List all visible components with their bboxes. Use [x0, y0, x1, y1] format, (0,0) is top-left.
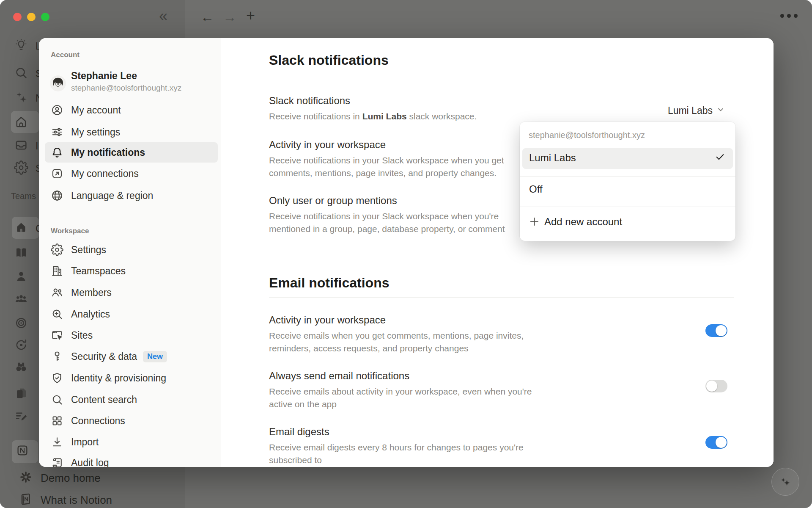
settings-modal: Account Stephanie Lee stephanie@toolsfor…: [39, 38, 774, 467]
email-activity-row-title: Activity in your workspace: [269, 314, 386, 326]
email-always-toggle[interactable]: [705, 380, 727, 392]
email-always-row-title: Always send email notifications: [269, 370, 409, 382]
sidebar-item-what-is-notion[interactable]: What is Notion: [19, 492, 112, 508]
new-tab-icon[interactable]: +: [246, 9, 255, 22]
close-button[interactable]: [13, 13, 22, 21]
slack-notifications-row-title: Slack notifications: [269, 95, 350, 107]
notion-ai-button[interactable]: [771, 468, 799, 496]
shield-check-icon: [51, 372, 63, 384]
profile-name: Stephanie Lee: [71, 70, 137, 81]
slack-workspace-dropdown[interactable]: Lumi Labs: [668, 104, 725, 117]
sidebar-item-demo-home[interactable]: Demo home: [19, 470, 101, 486]
compose-icon[interactable]: [14, 409, 28, 423]
menu-divider: [520, 207, 735, 207]
slack-mentions-row-desc: Receive notifications in your Slack work…: [269, 210, 528, 235]
people-icon[interactable]: [14, 292, 28, 306]
nav-item-label: My settings: [71, 127, 120, 138]
target-icon[interactable]: [14, 316, 28, 330]
nav-item-label: Audit log: [71, 457, 109, 467]
dropdown-value: Lumi Labs: [668, 104, 713, 117]
profile-row[interactable]: Stephanie Lee stephanie@toolsforthought.…: [50, 74, 211, 101]
menu-account-header: stephanie@toolsforthought.xyz: [529, 130, 645, 140]
arrow-up-right-box-icon: [51, 167, 63, 180]
chevron-down-icon: [716, 105, 725, 116]
sidebar-item-label: Demo home: [41, 472, 101, 485]
notion-window: « ← → + L S N: [0, 0, 812, 508]
sidebar-item-label: What is Notion: [41, 494, 112, 507]
nav-item-import[interactable]: Import: [45, 432, 218, 452]
nav-item-label: Language & region: [71, 190, 153, 202]
nav-item-members[interactable]: Members: [45, 282, 218, 303]
home-icon[interactable]: [14, 115, 28, 129]
ai-sparkles-icon[interactable]: [14, 90, 28, 105]
back-icon[interactable]: ←: [200, 10, 214, 24]
nav-item-my-account[interactable]: My account: [45, 100, 218, 120]
gear-icon[interactable]: [14, 160, 28, 175]
members-icon: [51, 286, 63, 299]
key-icon: [51, 350, 63, 363]
nav-item-my-connections[interactable]: My connections: [45, 163, 218, 184]
rotate-arrow-icon[interactable]: [14, 338, 28, 352]
avatar: [50, 75, 66, 91]
zoom-button[interactable]: [41, 13, 49, 21]
menu-add-new-account[interactable]: Add new account: [520, 211, 735, 236]
nav-item-label: My connections: [71, 168, 139, 179]
menu-add-label: Add new account: [544, 216, 622, 228]
rail-item-label-fragment: I: [36, 141, 38, 152]
nav-item-label: Security & data: [71, 351, 137, 362]
toggle-knob: [706, 381, 717, 392]
email-activity-row-desc: Receive emails when you get comments, me…: [269, 329, 561, 355]
nav-item-audit-log[interactable]: Audit log: [45, 453, 218, 467]
more-options-icon[interactable]: [780, 14, 798, 18]
divider: [269, 79, 734, 79]
book-icon[interactable]: [14, 246, 28, 260]
email-section-heading: Email notifications: [269, 274, 389, 291]
sliders-icon: [51, 126, 63, 138]
nav-item-my-notifications[interactable]: My notifications: [45, 142, 218, 163]
nav-item-security-data[interactable]: Security & data New: [45, 346, 218, 367]
notion-logo-icon[interactable]: [16, 444, 30, 458]
nav-item-identity-provisioning[interactable]: Identity & provisioning: [45, 368, 218, 388]
nav-item-label: Settings: [71, 244, 106, 256]
nav-item-my-settings[interactable]: My settings: [45, 122, 218, 142]
minimize-button[interactable]: [27, 13, 36, 21]
pages-icon[interactable]: [14, 386, 28, 400]
nav-item-content-search[interactable]: Content search: [45, 389, 218, 410]
menu-divider: [520, 176, 735, 177]
search-icon[interactable]: [14, 66, 28, 80]
browser-cursor-icon: [51, 329, 63, 342]
nav-item-label: My account: [71, 105, 121, 116]
screenshot-stage: « ← → + L S N: [0, 0, 812, 508]
home-filled-icon[interactable]: [14, 221, 29, 235]
nav-item-teamspaces[interactable]: Teamspaces: [45, 261, 218, 281]
slack-activity-row-desc: Receive notifications in your Slack work…: [269, 154, 528, 179]
bell-icon: [51, 146, 63, 159]
lightbulb-icon[interactable]: [14, 38, 28, 52]
binoculars-icon[interactable]: [14, 359, 28, 374]
flower-icon: [19, 470, 33, 486]
collapse-sidebar-icon[interactable]: «: [159, 9, 167, 23]
notion-book-icon: [19, 492, 33, 508]
slack-section-heading: Slack notifications: [269, 52, 389, 69]
profile-email: stephanie@toolsforthought.xyz: [71, 83, 181, 93]
slack-mentions-row-title: Only user or group mentions: [269, 195, 397, 207]
nav-item-label: Sites: [71, 330, 93, 341]
inbox-icon[interactable]: [14, 138, 28, 152]
menu-option-label: Lumi Labs: [529, 152, 576, 164]
slack-activity-row-title: Activity in your workspace: [269, 139, 386, 151]
nav-item-connections[interactable]: Connections: [45, 411, 218, 431]
nav-item-label: Analytics: [71, 309, 110, 320]
email-digests-row-desc: Receive email digests every 8 hours for …: [269, 441, 535, 467]
nav-item-analytics[interactable]: Analytics: [45, 304, 218, 324]
email-activity-toggle[interactable]: [705, 324, 727, 337]
person-icon[interactable]: [14, 269, 28, 284]
import-arrow-icon: [51, 436, 63, 448]
nav-item-language-region[interactable]: Language & region: [45, 185, 218, 206]
nav-item-settings[interactable]: Settings: [45, 240, 218, 260]
check-icon: [715, 152, 725, 164]
forward-icon[interactable]: →: [223, 10, 236, 24]
menu-option-off[interactable]: Off: [529, 183, 543, 195]
email-digests-toggle[interactable]: [705, 436, 727, 449]
building-icon: [51, 265, 63, 277]
nav-item-sites[interactable]: Sites: [45, 325, 218, 345]
